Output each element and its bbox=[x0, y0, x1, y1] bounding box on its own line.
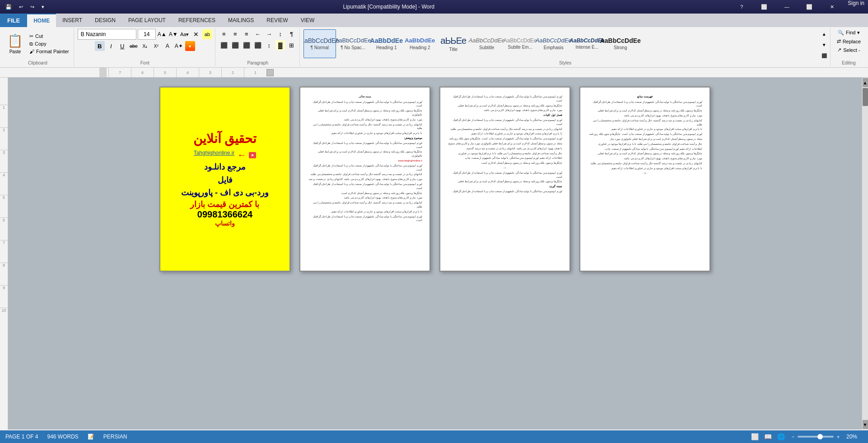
paragraph-group-content: ≡ ≡ ≡ ← → ↕ ¶ ⬛ ⬛ ⬛ ⬛ ↕ ▓ ⊞ bbox=[219, 29, 297, 65]
find-button[interactable]: 🔍 Find ▾ bbox=[835, 29, 862, 37]
clipboard-group-content: 📋 Paste ✂ Cut ⧉ Copy 🖌 Format Painter bbox=[5, 29, 71, 65]
para-row1: ≡ ≡ ≡ ← → ↕ ¶ bbox=[219, 29, 297, 39]
text-color-picker[interactable]: ▾ bbox=[185, 41, 195, 51]
scroll-thumb[interactable] bbox=[863, 88, 868, 106]
style-emphasis[interactable]: AaBbCcDdEe Emphasis bbox=[537, 29, 570, 58]
show-marks-button[interactable]: ¶ bbox=[287, 29, 297, 39]
maximize-button[interactable]: ⬜ bbox=[799, 0, 820, 14]
replace-button[interactable]: ⇄ Replace bbox=[834, 37, 863, 45]
zoom-slider[interactable] bbox=[798, 436, 834, 438]
style-strong[interactable]: AaBbCcDdEe Strong bbox=[604, 29, 637, 58]
decrease-indent-button[interactable]: ← bbox=[253, 29, 263, 39]
style-heading1[interactable]: AaBbDdEe Heading 1 bbox=[370, 29, 403, 58]
scroll-down-button[interactable]: ▼ bbox=[863, 420, 868, 429]
styles-group-label: Styles bbox=[301, 60, 830, 65]
tab-mailings[interactable]: MAILINGS bbox=[222, 14, 260, 27]
sort-button[interactable]: ↕ bbox=[275, 29, 285, 39]
paragraph-group: ≡ ≡ ≡ ← → ↕ ¶ ⬛ ⬛ ⬛ ⬛ ↕ ▓ ⊞ Paragraph bbox=[216, 28, 300, 66]
editing-group-label: Editing bbox=[831, 60, 866, 65]
view-web-icon[interactable]: 🌐 bbox=[777, 433, 785, 440]
increase-indent-button[interactable]: → bbox=[264, 29, 274, 39]
styles-group-content: AaBbCcDdEe ¶ Normal AaBbCcDdEe ¶ No Spac… bbox=[303, 29, 827, 65]
zoom-percent[interactable]: 20% bbox=[846, 434, 863, 440]
vertical-scrollbar[interactable]: ▲ ▼ bbox=[862, 78, 868, 429]
italic-button[interactable]: I bbox=[106, 41, 116, 51]
scroll-up-button[interactable]: ▲ bbox=[863, 78, 868, 87]
style-subtitle[interactable]: AaBbCcDdEe Subtitle bbox=[471, 29, 503, 58]
sign-in-link[interactable]: Sign in bbox=[848, 0, 864, 14]
subscript-button[interactable]: X₂ bbox=[140, 41, 150, 51]
style-no-space[interactable]: AaBbCcDdEe ¶ No Spac... bbox=[337, 29, 369, 58]
tab-references[interactable]: REFERENCES bbox=[172, 14, 222, 27]
page-3-content: لورم ایپسوم متن ساختگی با تولید سادگی نا… bbox=[440, 88, 569, 271]
view-read-icon[interactable]: 📖 bbox=[764, 433, 772, 440]
shrink-font-button[interactable]: A▼ bbox=[168, 29, 178, 39]
font-name-input[interactable] bbox=[78, 29, 136, 40]
numbering-button[interactable]: ≡ bbox=[230, 29, 240, 39]
center-button[interactable]: ⬛ bbox=[230, 40, 240, 50]
multilevel-list-button[interactable]: ≡ bbox=[242, 29, 252, 39]
superscript-button[interactable]: X² bbox=[151, 41, 161, 51]
document-area[interactable]: تحقیق آنلاین Tahghighonline.ir ← ★ مرجع … bbox=[8, 78, 862, 429]
window-controls[interactable]: ? ⬜ — ⬜ ✕ Sign in bbox=[731, 0, 864, 14]
ribbon-display-button[interactable]: ⬜ bbox=[754, 0, 775, 14]
tab-home[interactable]: HOME bbox=[27, 14, 56, 27]
tab-page-layout[interactable]: PAGE LAYOUT bbox=[122, 14, 172, 27]
align-right-button[interactable]: ⬛ bbox=[242, 40, 252, 50]
text-effects-button[interactable]: A✦ bbox=[174, 41, 184, 51]
line-spacing-button[interactable]: ↕ bbox=[264, 40, 274, 50]
grow-font-button[interactable]: A▲ bbox=[157, 29, 167, 39]
font-color-button[interactable]: A bbox=[163, 41, 173, 51]
undo-icon[interactable]: ↩ bbox=[17, 3, 25, 11]
style-intense-emphasis[interactable]: AaBbCcDdEe Intense E... bbox=[571, 29, 603, 58]
borders-button[interactable]: ⊞ bbox=[287, 40, 297, 50]
styles-more[interactable]: ⬛ bbox=[819, 51, 829, 60]
help-button[interactable]: ? bbox=[731, 0, 752, 14]
view-normal-icon[interactable]: ⬜ bbox=[751, 433, 759, 440]
underline-button[interactable]: U bbox=[117, 41, 127, 51]
ad-price: با کمترین قیمت بازار bbox=[190, 199, 259, 209]
shading-button[interactable]: ▓ bbox=[275, 40, 285, 50]
cut-icon: ✂ bbox=[29, 33, 33, 39]
close-button[interactable]: ✕ bbox=[821, 0, 842, 14]
quick-access-toolbar[interactable]: 💾 ↩ ↪ ▾ bbox=[4, 3, 46, 11]
text-highlight-button[interactable]: ab bbox=[202, 29, 212, 39]
style-subtle-emphasis[interactable]: AaBbCcDdEe Subtle Em... bbox=[504, 29, 537, 58]
cut-button[interactable]: ✂ Cut bbox=[28, 33, 71, 40]
status-right: ⬜ 📖 🌐 － ＋ 20% bbox=[751, 433, 863, 441]
redo-icon[interactable]: ↪ bbox=[28, 3, 36, 11]
copy-button[interactable]: ⧉ Copy bbox=[28, 41, 71, 47]
bold-button[interactable]: B bbox=[95, 41, 105, 51]
align-left-button[interactable]: ⬛ bbox=[219, 40, 229, 50]
customize-qs-icon[interactable]: ▾ bbox=[40, 3, 46, 11]
tab-view[interactable]: VIEW bbox=[294, 14, 321, 27]
styles-scroll-down[interactable]: ▼ bbox=[819, 40, 829, 50]
bullets-button[interactable]: ≡ bbox=[219, 29, 229, 39]
tab-file[interactable]: FILE bbox=[0, 14, 27, 27]
save-icon[interactable]: 💾 bbox=[4, 3, 14, 11]
select-button[interactable]: ↗ Select - bbox=[835, 46, 863, 54]
strikethrough-button[interactable]: abc bbox=[129, 41, 139, 51]
paste-button[interactable]: 📋 Paste bbox=[5, 32, 26, 55]
style-title[interactable]: aЬЬЕе Title bbox=[437, 29, 470, 58]
clear-format-button[interactable]: ✕ bbox=[191, 29, 201, 39]
tab-design[interactable]: DESIGN bbox=[89, 14, 122, 27]
ruler-scale: 7 6 5 4 3 2 1 bbox=[108, 68, 266, 78]
styles-scroll-up[interactable]: ▲ bbox=[819, 29, 829, 39]
horizontal-ruler: 7 6 5 4 3 2 1 bbox=[0, 68, 868, 78]
zoom-in-icon[interactable]: ＋ bbox=[835, 433, 841, 441]
window-title: Lipumatik [Compatibility Mode] - Word bbox=[46, 4, 731, 10]
font-size-input[interactable] bbox=[138, 29, 156, 40]
tab-review[interactable]: REVIEW bbox=[260, 14, 294, 27]
minimize-button[interactable]: — bbox=[776, 0, 797, 14]
tab-insert[interactable]: INSERT bbox=[56, 14, 89, 27]
ad-body1: مرجع دانلـود bbox=[204, 161, 246, 174]
style-normal[interactable]: AaBbCcDdEe ¶ Normal bbox=[303, 29, 336, 58]
zoom-thumb bbox=[817, 434, 823, 439]
zoom-out-icon[interactable]: － bbox=[790, 433, 796, 441]
ad-body3: ورد-بی دی اف - پاورپوینت bbox=[181, 186, 269, 199]
style-heading2[interactable]: AaBbDdEe Heading 2 bbox=[404, 29, 436, 58]
change-case-button[interactable]: Aa▾ bbox=[180, 29, 190, 39]
format-painter-button[interactable]: 🖌 Format Painter bbox=[28, 48, 71, 55]
justify-button[interactable]: ⬛ bbox=[253, 40, 263, 50]
